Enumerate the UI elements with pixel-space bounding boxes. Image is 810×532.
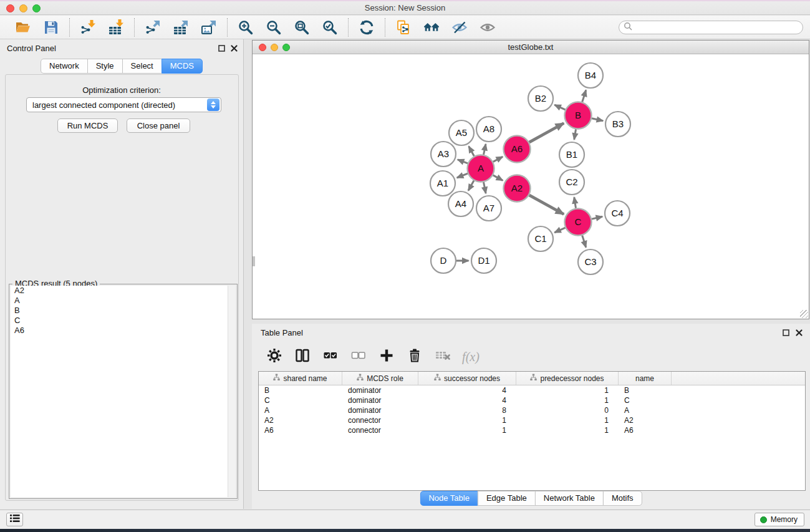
float-table-panel-icon[interactable] bbox=[782, 329, 790, 337]
node-A2[interactable]: A2 bbox=[504, 175, 531, 202]
node-D[interactable]: D bbox=[431, 248, 456, 273]
node-B4[interactable]: B4 bbox=[578, 63, 603, 88]
edge-A-A4[interactable] bbox=[468, 181, 474, 191]
network-minimize-button[interactable] bbox=[271, 44, 278, 51]
refresh-layout-button[interactable] bbox=[358, 19, 375, 36]
mcds-result-item[interactable]: C bbox=[11, 316, 236, 326]
edge-A-A8[interactable] bbox=[484, 144, 486, 155]
node-A8[interactable]: A8 bbox=[476, 117, 501, 142]
edge-A-A5[interactable] bbox=[469, 147, 475, 157]
table-tab-network-table[interactable]: Network Table bbox=[535, 491, 604, 506]
node-D1[interactable]: D1 bbox=[471, 248, 496, 273]
column-header-MCDS-role[interactable]: MCDS role bbox=[342, 372, 418, 385]
network-close-button[interactable] bbox=[259, 44, 266, 51]
search-box[interactable] bbox=[619, 21, 803, 34]
edge-A-A2[interactable] bbox=[493, 175, 503, 181]
node-C3[interactable]: C3 bbox=[578, 249, 603, 274]
show-all-button[interactable] bbox=[479, 19, 496, 36]
deselect-all-button[interactable] bbox=[350, 348, 367, 365]
search-input[interactable] bbox=[635, 23, 798, 32]
edge-A2-C[interactable] bbox=[529, 195, 564, 215]
network-graph[interactable]: B4B2BB3A8A5A6A3B1AC2A1A2A4A7C4CC1C3DD1 bbox=[253, 55, 809, 319]
close-panel-icon[interactable] bbox=[230, 44, 238, 52]
column-header-shared-name[interactable]: shared name bbox=[259, 372, 342, 385]
resize-grip-icon[interactable] bbox=[800, 310, 808, 318]
import-table-button[interactable] bbox=[107, 19, 125, 36]
table-row[interactable]: Bdominator41B bbox=[259, 385, 805, 395]
node-B1[interactable]: B1 bbox=[559, 142, 584, 167]
delete-row-button[interactable] bbox=[406, 348, 423, 365]
edge-C-C3[interactable] bbox=[582, 236, 586, 248]
settings-button[interactable] bbox=[266, 348, 283, 365]
node-A6[interactable]: A6 bbox=[504, 136, 531, 163]
node-B[interactable]: B bbox=[565, 102, 592, 129]
criterion-select[interactable]: largest connected component (directed) bbox=[26, 97, 221, 112]
edge-B-B3[interactable] bbox=[592, 118, 603, 121]
tab-select[interactable]: Select bbox=[122, 59, 162, 74]
export-network-button[interactable] bbox=[144, 19, 162, 36]
table-row[interactable]: Adominator80A bbox=[259, 405, 805, 415]
mcds-result-item[interactable]: A6 bbox=[11, 326, 236, 336]
network-scroll-nub[interactable] bbox=[253, 256, 255, 266]
network-zoom-button[interactable] bbox=[282, 44, 290, 51]
node-C1[interactable]: C1 bbox=[528, 226, 553, 251]
table-tab-edge-table[interactable]: Edge Table bbox=[478, 491, 536, 506]
select-all-button[interactable] bbox=[322, 348, 339, 365]
first-neighbors-button[interactable] bbox=[423, 19, 440, 36]
mcds-result-item[interactable]: B bbox=[11, 306, 236, 316]
export-image-button[interactable] bbox=[200, 19, 218, 36]
edge-A-A7[interactable] bbox=[484, 182, 486, 193]
import-network-button[interactable] bbox=[79, 19, 97, 36]
node-A4[interactable]: A4 bbox=[448, 191, 473, 216]
edge-B-B2[interactable] bbox=[554, 105, 565, 110]
edge-B-B4[interactable] bbox=[582, 90, 586, 102]
node-A3[interactable]: A3 bbox=[431, 142, 456, 167]
edge-C-C4[interactable] bbox=[592, 216, 602, 219]
close-table-panel-icon[interactable] bbox=[795, 329, 803, 337]
zoom-in-button[interactable] bbox=[237, 19, 254, 36]
column-header-predecessor-nodes[interactable]: predecessor nodes bbox=[516, 372, 619, 385]
minimize-window-button[interactable] bbox=[19, 4, 27, 12]
table-tab-motifs[interactable]: Motifs bbox=[603, 491, 642, 506]
zoom-selected-button[interactable] bbox=[321, 19, 339, 36]
table-row[interactable]: A6connector11A6 bbox=[259, 425, 805, 435]
edge-C-C2[interactable] bbox=[574, 197, 576, 208]
table-row[interactable]: Cdominator41C bbox=[259, 395, 805, 405]
add-row-button[interactable] bbox=[378, 348, 395, 365]
node-C4[interactable]: C4 bbox=[605, 201, 630, 226]
export-table-button[interactable] bbox=[172, 19, 190, 36]
node-A1[interactable]: A1 bbox=[430, 171, 455, 196]
edge-B-B1[interactable] bbox=[574, 129, 576, 140]
node-B2[interactable]: B2 bbox=[528, 86, 553, 111]
zoom-out-button[interactable] bbox=[265, 19, 282, 36]
float-panel-icon[interactable] bbox=[218, 44, 226, 52]
node-A[interactable]: A bbox=[468, 155, 494, 182]
save-session-button[interactable] bbox=[42, 19, 60, 36]
zoom-fit-button[interactable] bbox=[293, 19, 311, 36]
mcds-result-scrollbar[interactable] bbox=[228, 286, 236, 497]
task-history-button[interactable] bbox=[6, 513, 23, 526]
edge-C-C1[interactable] bbox=[554, 228, 565, 233]
run-mcds-button[interactable]: Run MCDS bbox=[57, 118, 118, 133]
tab-network[interactable]: Network bbox=[41, 59, 88, 74]
node-B3[interactable]: B3 bbox=[605, 112, 630, 137]
node-A5[interactable]: A5 bbox=[449, 120, 474, 145]
mcds-result-item[interactable]: A2 bbox=[11, 286, 236, 296]
zoom-window-button[interactable] bbox=[32, 4, 41, 12]
new-network-from-selection-button[interactable] bbox=[395, 19, 412, 36]
network-canvas[interactable]: B4B2BB3A8A5A6A3B1AC2A1A2A4A7C4CC1C3DD1 bbox=[253, 55, 809, 319]
tab-mcds[interactable]: MCDS bbox=[162, 59, 203, 74]
open-file-button[interactable] bbox=[14, 19, 32, 36]
table-tab-node-table[interactable]: Node Table bbox=[420, 491, 478, 506]
edge-A-A3[interactable] bbox=[458, 160, 468, 163]
tab-style[interactable]: Style bbox=[87, 59, 123, 74]
edge-A-A6[interactable] bbox=[493, 157, 503, 162]
panel-columns-button[interactable] bbox=[294, 348, 311, 365]
node-C2[interactable]: C2 bbox=[559, 170, 584, 195]
node-A7[interactable]: A7 bbox=[476, 196, 501, 221]
hide-selected-button[interactable] bbox=[451, 19, 468, 36]
mcds-result-item[interactable]: A bbox=[11, 296, 236, 306]
column-header-successor-nodes[interactable]: successor nodes bbox=[418, 372, 516, 385]
edge-A-A1[interactable] bbox=[457, 173, 468, 178]
column-header-name[interactable]: name bbox=[619, 372, 672, 385]
